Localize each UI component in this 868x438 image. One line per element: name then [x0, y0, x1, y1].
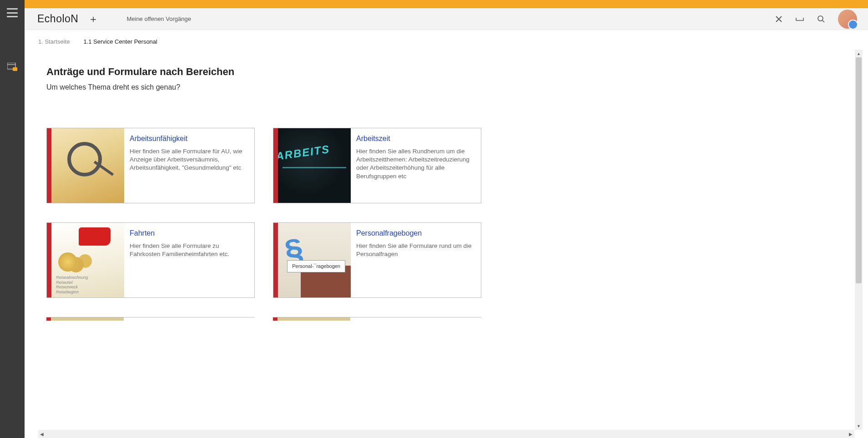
cards-grid: Arbeitsunfähigkeit Hier finden Sie alle …	[46, 128, 846, 321]
card-fahrten[interactable]: Fahrten Hier finden Sie alle Formulare z…	[46, 222, 255, 298]
card-title: Fahrten	[130, 229, 249, 237]
menu-icon[interactable]	[7, 8, 18, 17]
scroll-up-icon[interactable]: ▲	[855, 50, 863, 57]
card-description: Hier finden Sie alle Formulare rund um d…	[356, 242, 475, 258]
header-tab[interactable]: Meine offenen Vorgänge	[126, 15, 191, 22]
card-image	[278, 223, 351, 297]
card-image	[278, 128, 351, 203]
page-title: Anträge und Formulare nach Bereichen	[46, 66, 846, 78]
card-accent	[273, 223, 278, 297]
card-description: Hier finden Sie alle Formulare für AU, w…	[130, 147, 249, 172]
svg-point-3	[818, 16, 823, 21]
scroll-right-icon[interactable]: ▶	[849, 432, 853, 437]
breadcrumb-current[interactable]: 1.1 Service Center Personal	[83, 38, 157, 45]
scroll-left-icon[interactable]: ◀	[40, 432, 44, 437]
header: EcholoN ＋ Meine offenen Vorgänge	[25, 8, 868, 30]
accent-bar	[25, 0, 868, 8]
card-partial[interactable]	[46, 317, 255, 321]
sidebar	[0, 0, 25, 438]
svg-rect-2	[13, 67, 17, 71]
scroll-thumb[interactable]	[856, 57, 862, 283]
breadcrumb-home[interactable]: 1. Startseite	[38, 38, 70, 45]
card-image	[51, 223, 124, 297]
vertical-scrollbar[interactable]: ▲ ▼	[855, 50, 863, 430]
card-accent	[47, 223, 51, 297]
sidebar-nav-icon[interactable]	[7, 63, 17, 73]
spacebar-icon[interactable]	[795, 17, 804, 21]
card-description: Hier finden Sie alles Rundherum um die A…	[356, 147, 475, 181]
card-image	[51, 128, 124, 203]
page-subtitle: Um welches Thema dreht es sich genau?	[46, 83, 846, 91]
app-logo: EcholoN	[37, 13, 78, 25]
card-title: Arbeitsunfähigkeit	[130, 135, 249, 143]
card-accent	[273, 128, 278, 203]
card-title: Arbeitszeit	[356, 135, 475, 143]
main: EcholoN ＋ Meine offenen Vorgänge 1. Star…	[25, 0, 868, 438]
content-area: Anträge und Formulare nach Bereichen Um …	[25, 50, 868, 438]
card-accent	[47, 128, 51, 203]
search-icon[interactable]	[817, 15, 825, 23]
user-avatar[interactable]	[838, 10, 857, 29]
card-arbeitsunfaehigkeit[interactable]: Arbeitsunfähigkeit Hier finden Sie alle …	[46, 128, 255, 203]
card-description: Hier finden Sie alle Formulare zu Fahrko…	[130, 242, 249, 258]
card-personalfragebogen[interactable]: Personalfragebogen Hier finden Sie alle …	[273, 222, 481, 298]
card-title: Personalfragebogen	[356, 229, 475, 237]
card-arbeitszeit[interactable]: Arbeitszeit Hier finden Sie alles Rundhe…	[273, 128, 481, 203]
close-icon[interactable]	[775, 15, 782, 23]
horizontal-scrollbar[interactable]: ◀ ▶	[38, 430, 854, 438]
svg-line-4	[823, 20, 824, 22]
breadcrumb: 1. Startseite 1.1 Service Center Persona…	[25, 30, 868, 50]
scroll-down-icon[interactable]: ▼	[855, 422, 863, 430]
card-partial[interactable]	[273, 317, 481, 321]
add-icon[interactable]: ＋	[88, 12, 98, 26]
